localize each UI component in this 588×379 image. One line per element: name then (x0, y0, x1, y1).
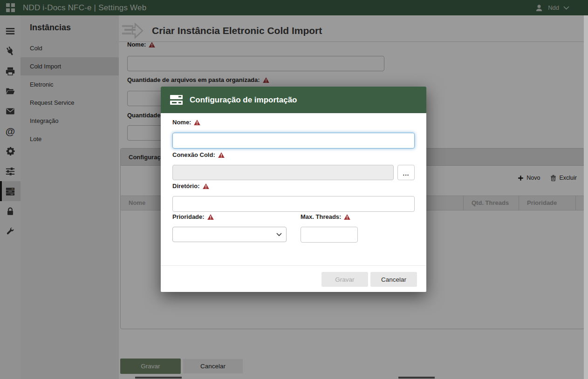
required-warning-icon (344, 214, 350, 220)
modal-footer: Gravar Cancelar (161, 265, 426, 292)
modal-close-button[interactable] (410, 93, 420, 102)
required-warning-icon (194, 120, 200, 125)
vertical-scrollbar[interactable] (584, 15, 588, 379)
required-warning-icon (218, 152, 225, 158)
required-warning-icon (207, 214, 214, 220)
required-warning-icon (203, 183, 209, 189)
browse-button[interactable]: ... (397, 165, 415, 180)
modal-nome-input[interactable] (172, 133, 415, 149)
prioridade-select[interactable] (172, 227, 287, 242)
app-window: NDD i-Docs NFC-e | Settings Web Ndd @ In… (0, 0, 588, 379)
modal-title: Configuração de importação (190, 95, 297, 105)
modal-label-nome: Nome: (172, 119, 200, 126)
modal-conexao-input (172, 165, 394, 180)
modal-label-diretorio: Diretório: (172, 183, 209, 190)
server-icon (170, 94, 183, 106)
chevron-down-icon (276, 233, 282, 237)
modal-label-prioridade: Prioridade: (172, 213, 214, 220)
modal-cancelar-button[interactable]: Cancelar (370, 272, 417, 287)
modal-gravar-button[interactable]: Gravar (321, 272, 368, 287)
modal-label-conexao: Conexão Cold: (172, 151, 225, 158)
import-config-modal: Configuração de importação Nome: Conexão… (161, 87, 426, 292)
max-threads-input[interactable] (301, 227, 358, 243)
modal-diretorio-input[interactable] (172, 196, 415, 212)
modal-label-max-threads: Max. Threads: (301, 213, 350, 220)
modal-header: Configuração de importação (161, 87, 426, 113)
